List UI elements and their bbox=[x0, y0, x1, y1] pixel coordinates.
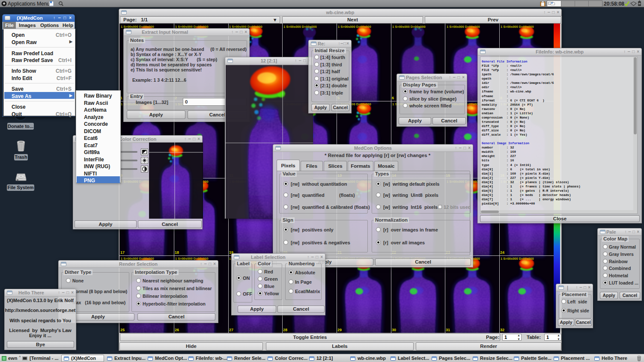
svg-text:1 S=00s000 D=00s000: 1 S=00s000 D=00s000 bbox=[283, 25, 317, 29]
svg-text:29: 29 bbox=[337, 328, 342, 332]
svg-text:1 S=00s000 D=00s000: 1 S=00s000 D=00s000 bbox=[447, 25, 480, 29]
svg-text:1 S=00s000 D=00s000: 1 S=00s000 D=00s000 bbox=[338, 25, 371, 29]
svg-text:6: 6 bbox=[392, 96, 394, 100]
svg-text:1 S=00s000 D=00s000: 1 S=00s000 D=00s000 bbox=[392, 25, 426, 29]
svg-text:17: 17 bbox=[120, 250, 125, 255]
svg-text:30: 30 bbox=[392, 328, 396, 332]
svg-text:24: 24 bbox=[500, 250, 504, 255]
svg-text:28: 28 bbox=[283, 328, 287, 332]
svg-text:32: 32 bbox=[500, 328, 504, 332]
svg-text:27: 27 bbox=[229, 328, 233, 332]
svg-text:18: 18 bbox=[175, 250, 179, 255]
svg-text:26: 26 bbox=[175, 328, 179, 332]
svg-text:31: 31 bbox=[446, 328, 450, 332]
svg-text:1 S=00s000 D=00s000: 1 S=00s000 D=00s000 bbox=[501, 25, 534, 29]
svg-text:25: 25 bbox=[120, 328, 125, 332]
svg-text:1 S=00s000 D=00s000: 1 S=00s000 D=00s000 bbox=[501, 257, 534, 261]
